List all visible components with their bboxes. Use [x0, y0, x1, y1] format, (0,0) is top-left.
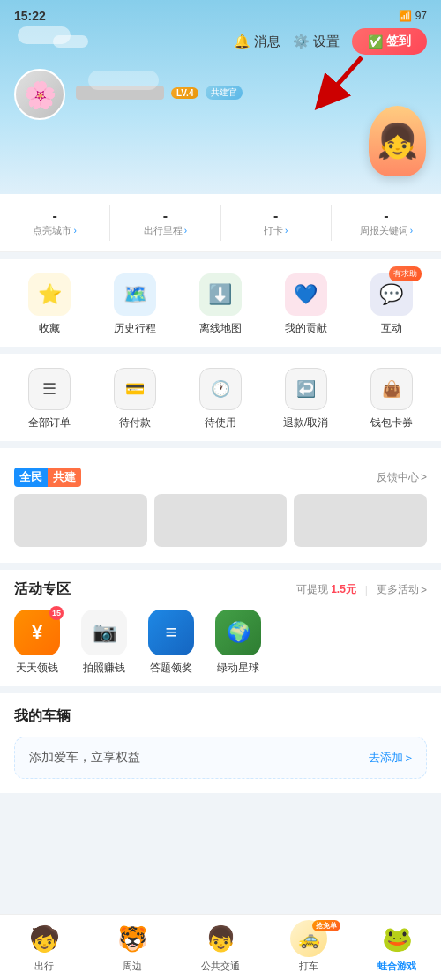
- travel-icon: 🧒: [26, 920, 63, 957]
- red-arrow: [309, 49, 370, 110]
- community-header: 全民 共建 反馈中心 >: [0, 459, 441, 494]
- stat-mileage[interactable]: - 出行里程 ›: [110, 205, 220, 241]
- heart-icon: 💙: [285, 273, 327, 316]
- bottom-nav: 🧒 出行 🐯 周边 👦 公共交通 🚕 抢免单 打车 🐸 蛙合游戏: [0, 914, 441, 980]
- map-icon: 🗺️: [114, 273, 156, 316]
- nearby-icon: 🐯: [114, 920, 151, 957]
- nav-item-nearby[interactable]: 🐯 周边: [88, 920, 176, 973]
- vehicle-add-row[interactable]: 添加爱车，立享权益 去添加 >: [14, 737, 427, 779]
- message-button[interactable]: 🔔 消息: [234, 34, 280, 50]
- order-item-all[interactable]: ☰ 全部订单: [14, 368, 85, 430]
- quick-item-history[interactable]: 🗺️ 历史行程: [100, 273, 170, 336]
- chat-icon: 💬 有求助: [370, 273, 413, 316]
- help-badge: 有求助: [389, 266, 422, 281]
- community-section: 全民 共建 反馈中心 >: [0, 448, 441, 563]
- travel-label: 出行: [34, 960, 54, 973]
- quick-item-favorites[interactable]: ⭐ 收藏: [14, 273, 85, 336]
- amount-text: 可提现 1.5元: [296, 582, 356, 597]
- transit-icon: 👦: [202, 920, 239, 957]
- pending-use-label: 待使用: [205, 415, 236, 430]
- order-item-pending-pay[interactable]: 💳 待付款: [100, 368, 170, 430]
- quick-item-contribution[interactable]: 💙 我的贡献: [271, 273, 341, 336]
- activity-title: 活动专区: [14, 580, 71, 599]
- battery-icon: 97: [415, 10, 427, 22]
- game-label: 蛙合游戏: [377, 960, 416, 973]
- taxi-badge: 抢免单: [312, 920, 340, 931]
- level-badge: LV.4: [171, 87, 198, 99]
- activity-item-daily-money[interactable]: ¥ 15 天天领钱: [14, 610, 60, 676]
- settings-button[interactable]: ⚙️ 设置: [293, 34, 340, 50]
- header-bg: 15:22 📶 97 🔔 消息 ⚙️ 设置 ✅ 签到 🌸: [0, 0, 441, 194]
- signal-icon: 📶: [399, 10, 412, 22]
- quiz-icon: ≡: [148, 610, 194, 655]
- role-badge: 共建官: [206, 86, 243, 100]
- divider: |: [365, 584, 368, 596]
- more-activities-link[interactable]: 更多活动 >: [377, 582, 427, 597]
- quick-item-offline-map[interactable]: ⬇️ 离线地图: [185, 273, 256, 336]
- status-time: 15:22: [14, 9, 46, 23]
- feedback-link[interactable]: 反馈中心 >: [377, 470, 427, 485]
- interact-label: 互动: [381, 321, 402, 336]
- green-planet-icon: 🌍: [215, 610, 261, 655]
- wallet-icon: 👜: [370, 368, 413, 410]
- activity-item-quiz[interactable]: ≡ 答题领奖: [148, 610, 194, 676]
- activity-item-photo[interactable]: 📷 拍照赚钱: [81, 610, 127, 676]
- quick-item-interact[interactable]: 💬 有求助 互动: [356, 273, 427, 336]
- community-tag: 全民 共建: [14, 468, 81, 487]
- vehicle-add-link[interactable]: 去添加 >: [369, 750, 412, 766]
- photo-label: 拍照赚钱: [83, 661, 125, 676]
- all-orders-label: 全部订单: [28, 415, 71, 430]
- stat-checkin[interactable]: - 打卡 ›: [221, 205, 332, 241]
- settings-label: 设置: [313, 34, 340, 50]
- stat-keywords[interactable]: - 周报关键词 ›: [332, 205, 441, 241]
- chevron-right-icon: ›: [285, 226, 288, 236]
- nav-item-travel[interactable]: 🧒 出行: [0, 920, 88, 973]
- order-item-refund[interactable]: ↩️ 退款/取消: [271, 368, 341, 430]
- card-icon: 💳: [114, 368, 156, 410]
- quick-access-section: ⭐ 收藏 🗺️ 历史行程 ⬇️ 离线地图 💙 我的贡献 💬 有求助 互动: [0, 259, 441, 347]
- more-arrow-icon: >: [421, 584, 427, 596]
- list-icon: ☰: [28, 368, 71, 410]
- stat-city[interactable]: - 点亮城市 ›: [0, 205, 110, 241]
- community-image-3: [294, 494, 427, 547]
- character-image: 👧: [362, 97, 432, 176]
- vehicle-section: 我的车辆 添加爱车，立享权益 去添加 >: [0, 693, 441, 793]
- activity-header: 活动专区 可提现 1.5元 | 更多活动 >: [14, 580, 427, 599]
- chevron-right-icon: ›: [73, 226, 76, 236]
- green-label: 绿动星球: [217, 661, 259, 676]
- chevron-right-icon: ›: [184, 226, 187, 236]
- nav-item-taxi[interactable]: 🚕 抢免单 打车: [265, 920, 353, 973]
- clock-icon: 🕐: [199, 368, 242, 410]
- nav-item-transit[interactable]: 👦 公共交通: [176, 920, 265, 973]
- profile-row: 🌸 LV.4 共建官 👧: [0, 60, 441, 129]
- stats-row: - 点亮城市 › - 出行里程 › - 打卡 › - 周报关键词 ›: [0, 194, 441, 252]
- vehicle-add-text: 添加爱车，立享权益: [29, 750, 140, 766]
- activity-amount: 1.5元: [331, 583, 356, 595]
- taxi-label: 打车: [299, 960, 318, 973]
- history-label: 历史行程: [114, 321, 156, 336]
- message-icon: 🔔: [234, 34, 250, 49]
- order-item-wallet[interactable]: 👜 钱包卡券: [356, 368, 427, 430]
- message-label: 消息: [254, 34, 280, 50]
- order-item-pending-use[interactable]: 🕐 待使用: [185, 368, 256, 430]
- order-section: ☰ 全部订单 💳 待付款 🕐 待使用 ↩️ 退款/取消 👜 钱包卡券: [0, 354, 441, 441]
- photo-icon: 📷: [81, 610, 127, 655]
- daily-money-badge: 15: [49, 606, 64, 620]
- wallet-label: 钱包卡券: [370, 415, 413, 430]
- refund-label: 退款/取消: [283, 415, 328, 430]
- checkin-label: 签到: [386, 34, 411, 49]
- pending-pay-label: 待付款: [119, 415, 151, 430]
- avatar: 🌸: [14, 69, 65, 120]
- daily-money-label: 天天领钱: [16, 661, 58, 676]
- community-image-1: [14, 494, 147, 547]
- nearby-label: 周边: [123, 960, 142, 973]
- transit-label: 公共交通: [201, 960, 240, 973]
- feedback-label: 反馈中心: [377, 470, 419, 485]
- community-image-2: [154, 494, 288, 547]
- tag-blue: 全民: [14, 468, 48, 487]
- refund-icon: ↩️: [285, 368, 327, 410]
- quiz-label: 答题领奖: [150, 661, 192, 676]
- activity-item-green[interactable]: 🌍 绿动星球: [215, 610, 261, 676]
- status-bar: 15:22 📶 97: [0, 0, 441, 23]
- nav-item-game[interactable]: 🐸 蛙合游戏: [353, 920, 441, 973]
